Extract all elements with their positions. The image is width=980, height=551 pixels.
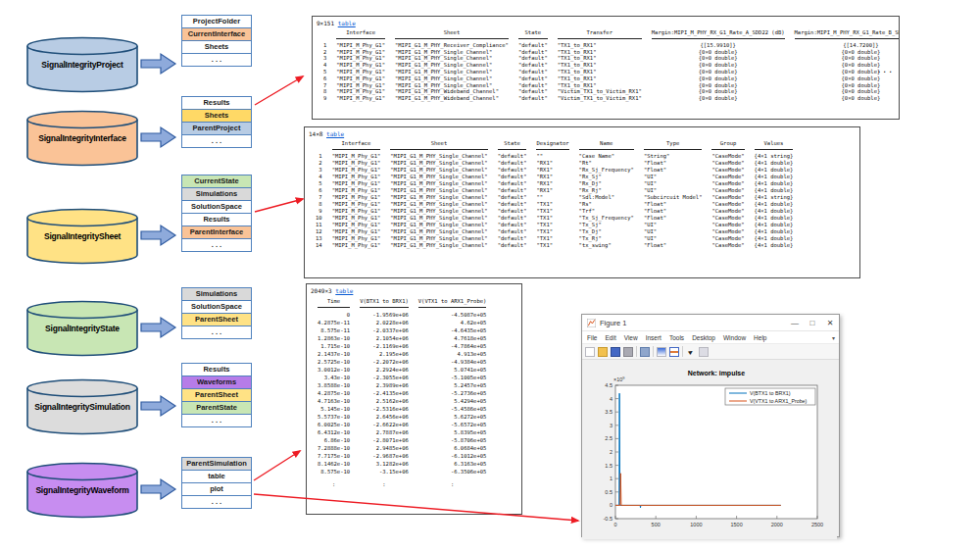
table-cell: 2.6456e+06 [355,413,414,421]
table-cell: 6.86e-10 [313,436,355,444]
menu-overflow-icon[interactable]: ▾ [832,334,835,341]
property-item-: . . . [181,53,252,67]
table-cell: 3.43e-10 [313,374,355,381]
flow-arrow-icon [140,316,177,343]
maximize-button[interactable]: □ [804,316,821,330]
property-list-signalintegritysimulation: ResultsWaveformsParentSheetParentState. … [181,364,252,427]
table-cell: 2.5162e+06 [355,397,414,405]
column-header: V(BTX1 to BRX1) [355,297,414,311]
svg-text:3: 3 [610,423,612,428]
table-cell: "" [531,194,573,201]
table-cell: -2.2072e+06 [355,358,414,366]
property-item-parentinterface: ParentInterface [181,225,252,239]
table-cell: "MIPI_G1_M_PHY_Single_Channel" [390,62,514,69]
table-row: 4"MIPI_M_Phy_G1""MIPI_G1_M_PHY_Single_Ch… [311,174,798,180]
table-link[interactable]: table [338,20,356,26]
table-cell: {0×0 double} [790,75,900,82]
table-cell: "MIPI_M_Phy_G1" [331,55,390,62]
menu-desktop[interactable]: Desktop [692,334,715,341]
column-header: Time [313,297,355,311]
table-cell: "TX1_to_RX1" [553,62,647,69]
edit-plot-icon[interactable]: ► [684,345,698,359]
table-row: 11"MIPI_M_Phy_G1""MIPI_G1_M_PHY_Single_C… [311,222,798,228]
minimize-button[interactable]: — [786,316,804,330]
table-cell: 6.3163e+05 [414,460,492,468]
table-row: 4"MIPI_M_Phy_G1""MIPI_G1_M_PHY_Single_Ch… [318,62,900,69]
close-button[interactable]: ✕ [821,316,839,330]
plot-browser-icon[interactable] [699,347,709,357]
table-cell: "RX1" [531,180,573,187]
table-link[interactable]: table [335,287,353,294]
table-cell: "Float" [639,167,708,174]
property-item-projectfolder: ProjectFolder [181,15,252,28]
class-name: SignalIntegrityInterface [25,133,139,143]
table-cell: {0×0 double} [790,82,900,89]
table-cell: "Trf" [574,208,639,215]
flow-arrow-icon [140,52,177,79]
table-cell: {4×1 double} [750,187,799,194]
table-cell: 4.62e+05 [414,319,492,326]
table-link[interactable]: table [326,130,344,137]
table-cell: "TX1" [531,222,573,228]
plot-title: Network: impulse [688,370,745,377]
table-cell: "Tx_Sj_Frequency" [574,215,639,222]
table-cell: 6 [318,75,331,82]
class-cylinder-signalintegrityinterface: SignalIntegrityInterface [25,110,139,165]
table-cell: -2.1169e+06 [355,342,414,350]
table-cell: "default" [493,187,532,194]
menu-help[interactable]: Help [754,334,766,341]
column-header: Interface [327,140,386,153]
table-row: 10"MIPI_M_Phy_G1""MIPI_G1_M_PHY_Single_C… [311,215,798,222]
table-cell: "CaseMode" [707,235,749,242]
property-list-signalintegritysheet: CurrentStateSimulationsSolutionSpaceResu… [181,175,252,252]
table-cell: "default" [493,153,532,160]
table-cell: "Rs" [574,201,639,208]
table-cell: 3.0012e-10 [313,366,355,374]
open-file-icon[interactable] [598,347,608,357]
table-cell: {4×1 double} [750,235,799,242]
table-cell: "CaseMode" [707,153,749,160]
table-cell: "MIPI_M_Phy_G1" [327,174,386,180]
table-row: 1"MIPI_M_Phy_G1""MIPI_G1_M_PHY_Receiver_… [318,42,900,49]
table-cell: "default" [493,235,532,242]
table-row: 2.5725e-10-2.2072e+06-4.9384e+05 [313,358,491,366]
table-cell: {0×0 double} [647,55,790,62]
menu-tools[interactable]: Tools [669,334,684,341]
insert-colorbar-icon[interactable] [657,347,666,357]
menu-insert[interactable]: Insert [646,334,662,341]
table-cell: 4.2875e-11 [313,319,355,326]
property-item-currentinterface: CurrentInterface [181,27,252,41]
property-item-parentsheet: ParentSheet [181,388,252,402]
table-cell: "default" [514,42,553,49]
table-cell: -6.1012e+05 [414,452,492,460]
table-cell: "MIPI_G1_M_PHY_Single_Channel" [385,242,492,249]
table-cell: 9 [311,208,327,215]
menu-window[interactable]: Window [723,334,746,341]
insert-legend-icon[interactable] [669,347,679,357]
menu-view[interactable]: View [624,334,638,341]
menu-edit[interactable]: Edit [605,334,615,341]
figure-titlebar[interactable]: Figure 1 — □ ✕ [582,315,839,331]
new-figure-icon[interactable] [585,347,595,357]
table-cell: "MIPI_M_Phy_G1" [327,167,386,174]
table-cell: -3.15e+06 [355,468,414,476]
plot-legend[interactable]: V(BTX1 to BRX1)V(VTX1 to ARX1_Probe) [725,388,815,405]
table-row: 13"MIPI_M_Phy_G1""MIPI_G1_M_PHY_Single_C… [311,235,798,242]
table-row: 1.2863e-102.1054e+064.7618e+05 [313,334,491,342]
table-cell: -4.9384e+05 [414,358,492,366]
table-cell: 7.7175e-10 [313,452,355,460]
table-cell: {4×1 double} [750,208,799,215]
svg-text:1500: 1500 [730,522,742,527]
table-cell: "default" [514,95,553,102]
save-figure-icon[interactable] [611,347,620,357]
link-plot-icon[interactable] [640,347,650,357]
table-cell: "default" [493,242,532,249]
menu-file[interactable]: File [587,334,597,341]
table-cell: -2.5316e+06 [355,405,414,413]
table-cell: "" [531,153,573,160]
property-list-signalintegrityinterface: ResultsSheetsParentProject. . . [181,97,252,148]
class-name: SignalIntegrityState [25,324,139,333]
print-icon[interactable] [623,347,633,357]
column-header: State [514,29,553,42]
table-cell: "MIPI_G1_M_PHY_Single_Channel" [385,167,492,174]
